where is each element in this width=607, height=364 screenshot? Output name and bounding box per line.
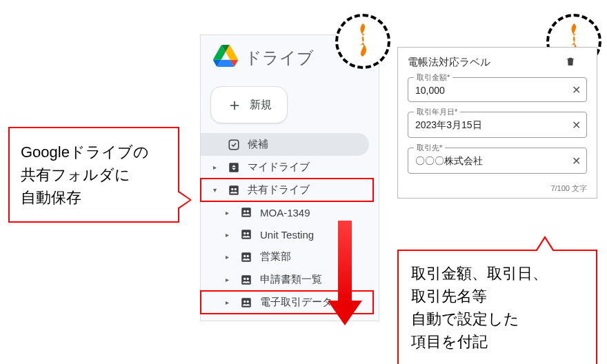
callout-text: Googleドライブの 共有フォルダに 自動保存 xyxy=(21,143,149,206)
shared-drive-icon xyxy=(227,184,241,196)
field-label: 取引先* xyxy=(414,143,445,153)
callout-text: 取引金額、取引日、 取引先名等 自動で設定した 項目を付記 xyxy=(411,265,548,350)
svg-rect-10 xyxy=(241,252,251,262)
plus-icon: ＋ xyxy=(226,97,243,113)
chevron-down-icon: ▾ xyxy=(213,186,220,194)
chevron-right-icon: ▸ xyxy=(213,163,220,171)
field-value: 〇〇〇株式会社 xyxy=(415,155,483,166)
chevron-right-icon: ▸ xyxy=(226,253,232,261)
red-arrow-annotation xyxy=(331,221,359,324)
nav-label: 営業部 xyxy=(260,250,291,263)
shared-drive-icon xyxy=(239,228,253,241)
chevron-right-icon: ▸ xyxy=(226,231,232,239)
svg-rect-16 xyxy=(241,298,251,307)
nav-label: マイドライブ xyxy=(248,161,310,174)
shared-drive-icon xyxy=(239,296,253,309)
svg-rect-1 xyxy=(229,185,239,195)
clear-icon[interactable]: ✕ xyxy=(572,119,581,132)
svg-rect-0 xyxy=(229,140,239,150)
svg-rect-4 xyxy=(241,208,251,217)
shared-drive-icon xyxy=(239,274,253,286)
trash-icon[interactable] xyxy=(565,56,576,69)
label-panel-header: 電帳法対応ラベル xyxy=(408,56,587,69)
field-value: 2023年3月15日 xyxy=(415,119,482,130)
chevron-right-icon: ▸ xyxy=(226,209,232,216)
chevron-right-icon: ▸ xyxy=(226,299,232,306)
svg-rect-7 xyxy=(241,230,251,239)
nav-label: 電子取引データ xyxy=(260,296,332,309)
svg-point-9 xyxy=(247,232,249,234)
svg-rect-13 xyxy=(241,275,251,285)
field-date[interactable]: 取引年月日* 2023年3月15日 ✕ xyxy=(408,112,587,138)
field-partner[interactable]: 取引先* 〇〇〇株式会社 ✕ xyxy=(408,148,587,174)
clear-icon[interactable]: ✕ xyxy=(572,83,581,97)
drive-logo-icon xyxy=(213,45,238,71)
nav-label: MOA-1349 xyxy=(260,207,310,219)
nav-priority[interactable]: 候補 xyxy=(201,133,369,156)
nav-label: Unit Testing xyxy=(260,229,314,241)
callout-auto-save: Googleドライブの 共有フォルダに 自動保存 xyxy=(8,127,179,223)
clear-icon[interactable]: ✕ xyxy=(572,154,581,168)
checkbox-icon xyxy=(227,139,241,151)
svg-point-14 xyxy=(243,277,246,279)
svg-point-3 xyxy=(235,188,237,190)
nav-label: 候補 xyxy=(248,138,268,151)
svg-point-2 xyxy=(231,188,233,190)
swish-icon xyxy=(349,23,377,59)
svg-point-15 xyxy=(247,277,249,279)
label-panel: 電帳法対応ラベル 取引金額* 10,000 ✕ 取引年月日* 2023年3月15… xyxy=(397,47,597,199)
svg-point-8 xyxy=(243,232,246,234)
nav-shared-drives[interactable]: ▾ 共有ドライブ xyxy=(201,179,373,201)
label-panel-title: 電帳法対応ラベル xyxy=(408,56,490,69)
svg-point-6 xyxy=(247,210,249,212)
shared-drive-icon xyxy=(239,206,253,219)
nav-label: 申請書類一覧 xyxy=(260,273,322,286)
svg-point-5 xyxy=(243,210,246,212)
chevron-right-icon: ▸ xyxy=(226,276,232,283)
field-value: 10,000 xyxy=(415,85,445,96)
my-drive-icon xyxy=(227,161,241,174)
field-amount[interactable]: 取引金額* 10,000 ✕ xyxy=(408,77,587,102)
drive-title: ドライブ xyxy=(245,47,314,69)
char-count: 7/100 文字 xyxy=(408,183,587,194)
svg-point-11 xyxy=(243,254,246,256)
nav-label: 共有ドライブ xyxy=(248,183,310,196)
new-button-label: 新規 xyxy=(250,98,272,112)
new-button[interactable]: ＋ 新規 xyxy=(210,86,288,123)
svg-point-18 xyxy=(247,300,249,302)
field-label: 取引金額* xyxy=(414,72,452,83)
shared-drive-icon xyxy=(239,251,253,263)
nav-my-drive[interactable]: ▸ マイドライブ xyxy=(201,156,369,179)
callout-labels: 取引金額、取引日、 取引先名等 自動で設定した 項目を付記 xyxy=(397,250,597,364)
svg-point-12 xyxy=(247,254,249,256)
svg-point-17 xyxy=(243,300,246,302)
badge-circle-left xyxy=(335,14,390,69)
field-label: 取引年月日* xyxy=(414,107,460,117)
